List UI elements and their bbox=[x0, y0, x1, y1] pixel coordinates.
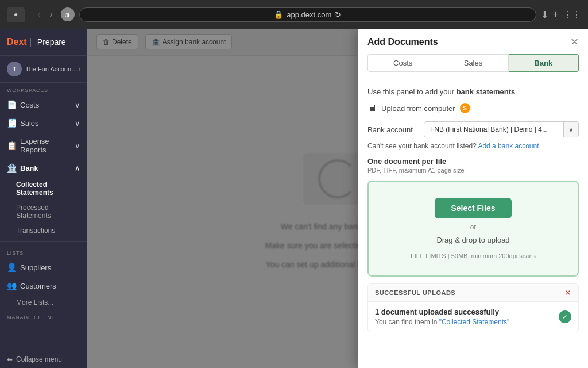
address-text: app.dext.com bbox=[287, 10, 331, 19]
tab-costs[interactable]: Costs bbox=[368, 54, 438, 72]
modal-description: Use this panel to add your bank statemen… bbox=[368, 87, 579, 96]
menu-icon[interactable]: ⋮⋮ bbox=[563, 9, 581, 20]
browser-tab[interactable]: ● bbox=[7, 7, 25, 22]
tab-sales[interactable]: Sales bbox=[438, 54, 508, 72]
modal-close-button[interactable]: ✕ bbox=[570, 37, 579, 47]
successful-uploads-header: SUCCESSFUL UPLOADS ✕ bbox=[368, 284, 578, 302]
modal-title: Add Documents bbox=[368, 37, 438, 47]
upload-item-info: 1 document uploaded successfully You can… bbox=[375, 308, 509, 326]
sidebar-subitem-transactions[interactable]: Transactions bbox=[0, 223, 87, 238]
sidebar-item-costs-left: 📄 Costs bbox=[7, 100, 39, 109]
sidebar-item-sales-label: Sales bbox=[20, 119, 39, 128]
or-text: or bbox=[470, 223, 477, 231]
successful-uploads-title: SUCCESSFUL UPLOADS bbox=[375, 289, 455, 296]
bank-account-value: FNB (First National Bank) | Demo | 4... bbox=[424, 122, 563, 137]
collapse-icon: ⬅ bbox=[7, 355, 13, 363]
app-title: Prepare bbox=[37, 37, 66, 47]
user-section[interactable]: T The Fun Accounta... › bbox=[0, 56, 87, 83]
tab-bank[interactable]: Bank bbox=[509, 54, 579, 72]
sales-icon: 🧾 bbox=[7, 118, 17, 128]
sidebar-item-expense-reports[interactable]: 📋 Expense Reports ∨ bbox=[0, 132, 87, 159]
add-documents-modal: Add Documents ✕ Costs Sales Bank Use thi… bbox=[358, 29, 588, 368]
bank-account-select[interactable]: FNB (First National Bank) | Demo | 4... … bbox=[424, 121, 579, 137]
back-button[interactable]: ‹ bbox=[34, 7, 44, 22]
avatar: T bbox=[7, 62, 22, 76]
modal-desc-bold: bank statements bbox=[457, 87, 516, 96]
bank-chevron-icon: ∧ bbox=[75, 164, 80, 172]
lock-icon: 🔒 bbox=[274, 10, 283, 19]
address-bar[interactable]: 🔒 app.dext.com ↻ bbox=[79, 7, 536, 22]
file-limits-text: FILE LIMITS | 50MB, minimum 200dpi scans bbox=[411, 252, 536, 259]
forward-button[interactable]: › bbox=[47, 7, 56, 22]
upload-success-icon: ✓ bbox=[559, 310, 571, 323]
sidebar: Dext | Prepare T The Fun Accounta... › W… bbox=[0, 29, 87, 368]
expense-icon: 📋 bbox=[7, 141, 17, 150]
bank-account-label: Bank account bbox=[368, 125, 419, 134]
drop-zone[interactable]: Select Files or Drag & drop to upload FI… bbox=[368, 181, 579, 277]
sidebar-more-lists[interactable]: More Lists... bbox=[0, 295, 87, 310]
tab-label: ● bbox=[14, 10, 18, 18]
monitor-icon: 🖥 bbox=[368, 103, 377, 113]
upload-from-computer[interactable]: 🖥 Upload from computer S bbox=[368, 103, 579, 113]
sidebar-subitem-collected-statements[interactable]: Collected Statements bbox=[0, 177, 87, 200]
sidebar-item-customers-left: 👥 Customers bbox=[7, 281, 56, 290]
upload-from-label: Upload from computer bbox=[381, 104, 455, 113]
bank-account-row: Bank account FNB (First National Bank) |… bbox=[368, 121, 579, 137]
customers-icon: 👥 bbox=[7, 281, 17, 290]
browser-actions: ⬇ + ⋮⋮ bbox=[541, 9, 581, 20]
sidebar-item-costs[interactable]: 📄 Costs ∨ bbox=[0, 95, 87, 114]
user-name: The Fun Accounta... bbox=[25, 66, 79, 72]
sidebar-item-bank[interactable]: 🏦 Bank ∧ bbox=[0, 159, 87, 177]
collected-statements-link[interactable]: "Collected Statements" bbox=[439, 318, 510, 326]
modal-desc-text: Use this panel to add your bbox=[368, 87, 454, 96]
sidebar-item-sales[interactable]: 🧾 Sales ∨ bbox=[0, 114, 87, 132]
sidebar-item-suppliers[interactable]: 👤 Suppliers bbox=[0, 258, 87, 277]
browser-nav: ‹ › bbox=[34, 7, 56, 22]
browser-icon: ◑ bbox=[61, 7, 75, 21]
logo-area: Dext | Prepare bbox=[7, 37, 66, 47]
app-container: Dext | Prepare T The Fun Accounta... › W… bbox=[0, 29, 588, 368]
extensions-icon[interactable]: + bbox=[553, 9, 558, 20]
costs-chevron-icon: ∨ bbox=[75, 101, 80, 109]
sidebar-divider bbox=[0, 241, 87, 242]
expense-chevron-icon: ∨ bbox=[75, 141, 80, 150]
one-doc-sublabel: PDF, TIFF, maximum A1 page size bbox=[368, 167, 579, 174]
costs-icon: 📄 bbox=[7, 100, 17, 109]
upload-item: 1 document uploaded successfully You can… bbox=[368, 302, 578, 332]
sidebar-item-bank-label: Bank bbox=[20, 164, 38, 172]
select-files-button[interactable]: Select Files bbox=[435, 198, 511, 218]
logo-divider: | bbox=[29, 37, 32, 47]
modal-header: Add Documents ✕ bbox=[358, 29, 588, 54]
sidebar-item-costs-label: Costs bbox=[20, 101, 39, 109]
lists-label: LISTS bbox=[0, 246, 87, 258]
browser-chrome: ● ‹ › ◑ 🔒 app.dext.com ↻ ⬇ + ⋮⋮ bbox=[0, 0, 588, 29]
cant-see-text: Can't see your bank account listed? Add … bbox=[368, 142, 579, 150]
modal-tabs: Costs Sales Bank bbox=[358, 54, 588, 79]
sidebar-item-expense-label: Expense Reports bbox=[20, 137, 75, 154]
sidebar-item-customers[interactable]: 👥 Customers bbox=[0, 277, 87, 295]
one-doc-label: One document per file bbox=[368, 157, 579, 166]
successful-uploads-section: SUCCESSFUL UPLOADS ✕ 1 document uploaded… bbox=[368, 283, 579, 332]
sidebar-item-suppliers-left: 👤 Suppliers bbox=[7, 263, 51, 272]
sales-chevron-icon: ∨ bbox=[75, 119, 80, 128]
reload-icon[interactable]: ↻ bbox=[335, 10, 341, 19]
download-icon[interactable]: ⬇ bbox=[541, 9, 548, 20]
add-bank-account-link[interactable]: Add a bank account bbox=[478, 142, 539, 150]
collapse-menu-button[interactable]: ⬅ Collapse menu bbox=[7, 355, 80, 363]
close-uploads-button[interactable]: ✕ bbox=[564, 289, 571, 297]
upload-item-subtitle: You can find them in "Collected Statemen… bbox=[375, 318, 509, 326]
main-content: 🗑 Delete 🏦 Assign bank account Try Dext … bbox=[87, 29, 588, 368]
sidebar-item-customers-label: Customers bbox=[20, 282, 56, 290]
modal-body: Use this panel to add your bank statemen… bbox=[358, 79, 588, 368]
sidebar-item-suppliers-label: Suppliers bbox=[20, 263, 51, 272]
suppliers-icon: 👤 bbox=[7, 263, 17, 272]
manage-label: MANAGE CLIENT bbox=[0, 310, 87, 323]
sidebar-bottom: ⬅ Collapse menu bbox=[0, 351, 87, 368]
sidebar-subitem-processed-statements[interactable]: Processed Statements bbox=[0, 200, 87, 223]
drag-drop-label: Drag & drop to upload bbox=[436, 236, 509, 244]
bank-account-chevron-icon[interactable]: ∨ bbox=[563, 122, 578, 137]
collapse-label: Collapse menu bbox=[16, 355, 62, 363]
upload-subtitle-text: You can find them in bbox=[375, 318, 437, 326]
cant-see-label: Can't see your bank account listed? bbox=[368, 142, 477, 150]
sidebar-header: Dext | Prepare bbox=[0, 29, 87, 56]
